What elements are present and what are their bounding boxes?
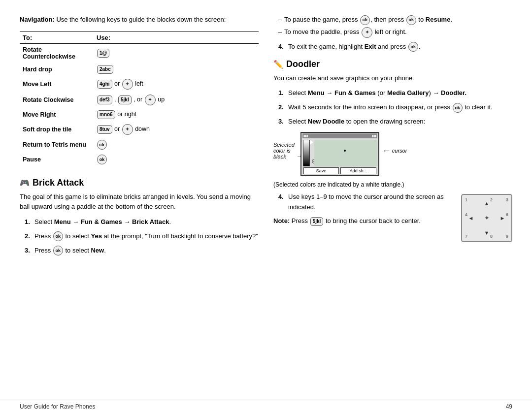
step-content: Select New Doodle to open the drawing sc… xyxy=(288,117,512,127)
step-content: Press ok to select New. xyxy=(34,246,259,256)
step-num: 4. xyxy=(278,42,285,52)
doodler-icon: ✏️ xyxy=(273,60,283,69)
save-button-diagram: Save xyxy=(303,167,339,174)
step-content: Press ok to select Yes at the prompt, "T… xyxy=(34,231,259,242)
nav-icon xyxy=(122,124,133,135)
step4-container: 4. Use keys 1–9 to move the cursor aroun… xyxy=(273,192,512,242)
brick-attack-section: 🎮 Brick Attack The goal of this game is … xyxy=(20,178,259,256)
nav-paragraph: Navigation: Use the following keys to gu… xyxy=(20,15,259,25)
color-palette xyxy=(303,140,310,166)
key-cell: 1@ xyxy=(94,43,259,63)
nav-icon xyxy=(362,27,372,38)
action-label: Hard drop xyxy=(20,63,94,76)
numpad-cell-8: ▼ 8 xyxy=(479,226,494,240)
footer-left: User Guide for Rave Phones xyxy=(20,403,95,410)
table-row: RotateCounterclockwise 1@ xyxy=(20,43,259,63)
exit-step-list: 4. To exit the game, highlight Exit and … xyxy=(278,42,512,52)
keys-table: To: Use: RotateCounterclockwise 1@ Hard … xyxy=(20,32,259,167)
brick-attack-body: The goal of this game is to eliminate br… xyxy=(20,192,259,213)
num-small: 9 xyxy=(506,234,508,239)
note-label: Note: xyxy=(273,217,290,224)
left-column: Navigation: Use the following keys to gu… xyxy=(20,15,259,395)
table-row: Soft drop the tile 8tuv or down xyxy=(20,122,259,137)
key-button-round: clr xyxy=(97,140,107,150)
numpad-cell-1: 1 xyxy=(464,196,478,210)
status-left: ▮▮▮ xyxy=(303,134,308,137)
numpad-cell-7: 7 xyxy=(464,226,478,240)
list-item: 4. Use keys 1–9 to move the cursor aroun… xyxy=(278,192,451,213)
step-num: 4. xyxy=(278,192,285,213)
direction-text: down xyxy=(135,126,150,132)
ok-key: ok xyxy=(53,231,63,241)
nav-icon xyxy=(122,79,133,90)
doodler-diagram: Selected color is black → ▮▮▮ ▮▮▮ xyxy=(273,132,512,176)
action-label: RotateCounterclockwise xyxy=(20,43,94,63)
numpad-cell-9: 9 xyxy=(495,226,510,240)
key-cell: clr xyxy=(94,137,259,152)
ok-key: ok xyxy=(453,103,463,113)
key-cell: mno6 or right xyxy=(94,108,259,122)
key-button: def3 xyxy=(97,95,112,104)
num-small: 1 xyxy=(465,197,467,202)
label-color-is: color is xyxy=(273,148,295,154)
ok-key: ok xyxy=(408,42,418,52)
key-cell: def3 , 5jkl , or up xyxy=(94,92,259,108)
key-5jkl: 5jkl xyxy=(310,217,324,226)
numpad-cell-3: 3 xyxy=(495,196,510,210)
numpad-diagram: 1 ▲ 2 3 ◄ 4 xyxy=(461,194,512,242)
action-label: Move Left xyxy=(20,76,94,92)
table-row: Move Left 4ghi or left xyxy=(20,76,259,92)
direction-text: left xyxy=(135,80,143,87)
action-label: Move Right xyxy=(20,108,94,122)
key-button: 2abc xyxy=(97,65,113,74)
num-small: 7 xyxy=(465,234,467,239)
diagram-caption: (Selected colors are indicated by a whit… xyxy=(273,181,512,188)
step-content: Use keys 1–9 to move the cursor around t… xyxy=(288,192,451,213)
section-title: Brick Attack xyxy=(33,178,84,188)
table-row: Hard drop 2abc xyxy=(20,63,259,76)
list-item: 4. To exit the game, highlight Exit and … xyxy=(278,42,512,52)
step-num: 1. xyxy=(278,88,285,98)
doodler-title: Doodler xyxy=(286,59,320,69)
label-black: black xyxy=(273,154,295,159)
bullet-list: To pause the game, press clr, then press… xyxy=(278,15,512,38)
label-selected: Selected xyxy=(273,142,295,148)
page-content: Navigation: Use the following keys to gu… xyxy=(0,0,532,400)
numpad-cell-2: ▲ 2 xyxy=(479,196,494,210)
ok-key: ok xyxy=(406,15,416,25)
table-row: Return to Tetris menu clr xyxy=(20,137,259,152)
key-button: 8tuv xyxy=(97,125,112,134)
step-content: Wait 5 seconds for the intro screen to d… xyxy=(288,102,512,113)
key-button: 5jkl xyxy=(118,95,132,104)
center-dot: ✦ xyxy=(484,215,489,222)
doodler-body: You can create and save graphics on your… xyxy=(273,73,512,84)
key-cell: 4ghi or left xyxy=(94,76,259,92)
table-row: Pause ok xyxy=(20,152,259,167)
action-label: Return to Tetris menu xyxy=(20,137,94,152)
num-small: 2 xyxy=(490,197,493,202)
nav-icon xyxy=(145,95,156,105)
cursor-label: cursor xyxy=(392,148,407,154)
key-button-round: ok xyxy=(97,155,107,164)
direction-text: up xyxy=(158,96,165,103)
comma-text: , xyxy=(114,96,118,103)
step-content: Select Menu → Fun & Games (or Media Gall… xyxy=(288,88,512,98)
status-right: ▮▮▮ xyxy=(372,134,376,137)
arrow-right: ► xyxy=(500,215,505,221)
brick-attack-icon: 🎮 xyxy=(20,178,30,188)
key-cell: 2abc xyxy=(94,63,259,76)
status-bar: ▮▮▮ ▮▮▮ xyxy=(302,133,377,138)
page-footer: User Guide for Rave Phones 49 xyxy=(0,400,532,413)
key-button: 1@ xyxy=(97,49,109,58)
step-content: To exit the game, highlight Exit and pre… xyxy=(288,42,512,52)
step-content: Select Menu → Fun & Games → Brick Attack… xyxy=(34,217,259,227)
addsh-button-diagram: Add sh... xyxy=(340,167,376,174)
table-row: Move Right mno6 or right xyxy=(20,108,259,122)
table-row: Rotate Clockwise def3 , 5jkl , or up xyxy=(20,92,259,108)
num-small: 6 xyxy=(506,212,508,217)
section-heading: 🎮 Brick Attack xyxy=(20,178,259,188)
arrow-up: ▲ xyxy=(484,200,490,206)
list-item: 2. Press ok to select Yes at the prompt,… xyxy=(25,231,259,242)
arrow-down: ▼ xyxy=(484,230,490,236)
action-label: Pause xyxy=(20,152,94,167)
